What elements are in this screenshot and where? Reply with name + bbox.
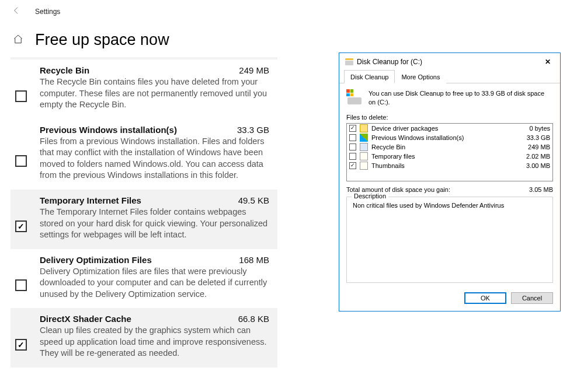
- item-description: Delivery Optimization files are files th…: [40, 266, 272, 300]
- file-row[interactable]: Recycle Bin249 MB: [347, 142, 552, 152]
- cleanup-item[interactable]: Temporary Internet Files49.5 KBThe Tempo…: [11, 190, 277, 249]
- item-title: Recycle Bin: [40, 65, 89, 75]
- item-checkbox[interactable]: [15, 279, 27, 291]
- dialog-titlebar[interactable]: Disk Cleanup for (C:) ✕: [339, 53, 560, 69]
- tab-disk-cleanup[interactable]: Disk Cleanup: [344, 70, 395, 83]
- cleanup-item[interactable]: Delivery Optimization Files168 MBDeliver…: [11, 249, 277, 309]
- cleanup-item[interactable]: DirectX Shader Cache66.8 KBClean up file…: [11, 308, 277, 368]
- header-row: Settings: [0, 0, 277, 19]
- file-checkbox[interactable]: [349, 162, 356, 169]
- title-row: Free up space now: [0, 19, 277, 57]
- item-size: 168 MB: [225, 255, 272, 265]
- thmb-icon: [360, 162, 368, 170]
- item-description: The Recycle Bin contains files you have …: [40, 76, 272, 111]
- file-checkbox[interactable]: [349, 125, 356, 132]
- file-name: Recycle Bin: [371, 144, 512, 150]
- item-size: 33.3 GB: [225, 125, 272, 135]
- file-list[interactable]: Device driver packages0 bytesPrevious Wi…: [346, 123, 553, 181]
- cancel-button[interactable]: Cancel: [511, 292, 553, 304]
- win-icon: [360, 134, 368, 142]
- file-row[interactable]: Previous Windows installation(s)33.3 GB: [347, 133, 552, 142]
- dialog-title: Disk Cleanup for (C:): [357, 58, 422, 66]
- description-text: Non critical files used by Windows Defen…: [353, 202, 547, 278]
- total-value: 3.05 MB: [529, 186, 553, 193]
- bin-icon: [360, 143, 368, 151]
- item-size: 49.5 KB: [225, 195, 272, 205]
- back-arrow-icon[interactable]: [12, 6, 21, 17]
- tabs-row: Disk Cleanup More Options: [339, 69, 560, 83]
- info-text: You can use Disk Cleanup to free up to 3…: [369, 89, 553, 107]
- file-checkbox[interactable]: [349, 153, 356, 160]
- item-size: 66.8 KB: [225, 314, 272, 324]
- file-checkbox[interactable]: [349, 134, 356, 141]
- file-name: Device driver packages: [371, 125, 512, 132]
- file-name: Thumbnails: [371, 162, 512, 169]
- file-size: 249 MB: [515, 144, 550, 150]
- cleanup-item-list: Recycle Bin249 MBThe Recycle Bin contain…: [0, 60, 277, 368]
- item-description: Files from a previous Windows installati…: [40, 136, 272, 181]
- disk-cleanup-dialog: Disk Cleanup for (C:) ✕ Disk Cleanup Mor…: [339, 52, 561, 312]
- file-row[interactable]: Device driver packages0 bytes: [347, 124, 552, 133]
- files-to-delete-label: Files to delete:: [346, 114, 553, 121]
- cleanup-item[interactable]: Recycle Bin249 MBThe Recycle Bin contain…: [11, 60, 277, 119]
- item-description: The Temporary Internet Files folder cont…: [40, 206, 272, 241]
- disk-cleanup-icon: [345, 58, 353, 65]
- pkg-icon: [360, 124, 368, 132]
- cleanup-item[interactable]: Previous Windows installation(s)33.3 GBF…: [11, 119, 277, 190]
- dialog-buttons: OK Cancel: [339, 288, 560, 311]
- drive-icon: [346, 89, 363, 106]
- description-group: Description Non critical files used by W…: [346, 197, 553, 283]
- ok-button[interactable]: OK: [464, 292, 506, 304]
- item-description: Clean up files created by the graphics s…: [40, 325, 272, 359]
- item-checkbox[interactable]: [15, 90, 27, 102]
- file-name: Previous Windows installation(s): [371, 134, 512, 141]
- item-title: Delivery Optimization Files: [40, 255, 152, 265]
- tmp-icon: [360, 152, 368, 160]
- item-title: Temporary Internet Files: [40, 195, 141, 205]
- file-row[interactable]: Temporary files2.02 MB: [347, 152, 552, 161]
- close-icon[interactable]: ✕: [541, 57, 554, 67]
- description-legend: Description: [352, 192, 388, 200]
- item-size: 249 MB: [225, 65, 272, 75]
- settings-page: Settings Free up space now Recycle Bin24…: [0, 0, 277, 368]
- file-row[interactable]: Thumbnails3.00 MB: [347, 161, 552, 170]
- info-row: You can use Disk Cleanup to free up to 3…: [346, 89, 553, 107]
- file-size: 0 bytes: [515, 125, 550, 132]
- file-checkbox[interactable]: [349, 144, 356, 150]
- page-title: Free up space now: [35, 31, 169, 49]
- item-title: DirectX Shader Cache: [40, 314, 131, 324]
- item-title: Previous Windows installation(s): [40, 125, 177, 135]
- file-size: 3.00 MB: [515, 162, 550, 169]
- file-size: 2.02 MB: [515, 153, 550, 160]
- item-checkbox[interactable]: [15, 339, 27, 351]
- item-checkbox[interactable]: [15, 220, 27, 232]
- header-label[interactable]: Settings: [35, 8, 60, 16]
- file-name: Temporary files: [371, 153, 512, 160]
- tab-body: You can use Disk Cleanup to free up to 3…: [339, 83, 560, 288]
- item-checkbox[interactable]: [15, 155, 27, 167]
- file-size: 33.3 GB: [515, 134, 550, 141]
- home-icon[interactable]: [13, 34, 23, 46]
- tab-more-options[interactable]: More Options: [395, 70, 446, 83]
